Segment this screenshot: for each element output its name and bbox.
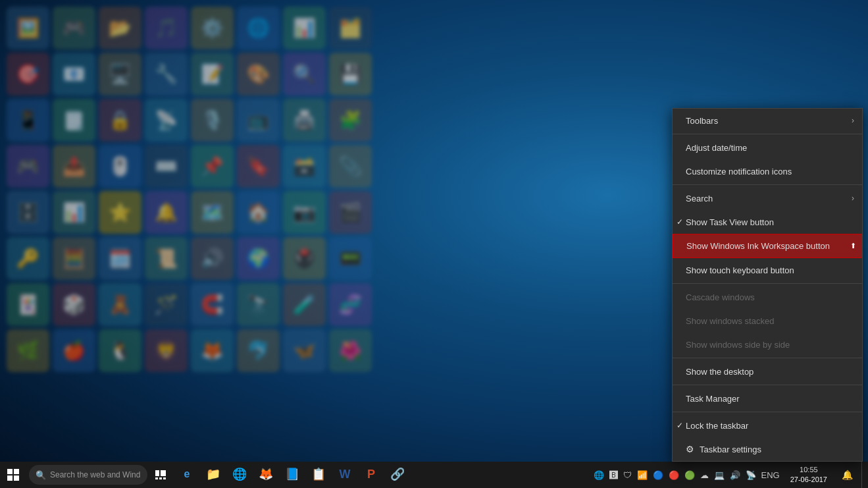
taskbar-app-app3[interactable]: 🔗 — [384, 462, 411, 488]
show-desktop-button[interactable] — [861, 462, 865, 488]
desktop-icon: 📎 — [329, 145, 372, 188]
desktop-icon: 🦋 — [283, 329, 326, 372]
clock[interactable]: 10:55 27-06-2017 — [785, 465, 832, 485]
windows-icon — [7, 469, 19, 481]
menu-item-task-manager[interactable]: Task Manager — [673, 387, 862, 410]
notifications-button[interactable]: 🔔 — [834, 462, 860, 488]
gear-icon: ⚙ — [686, 444, 694, 454]
taskbar-app-app2[interactable]: 📋 — [305, 462, 332, 488]
desktop-icon: 🎵 — [145, 7, 188, 49]
tray-icon1: 📶 — [636, 470, 649, 480]
menu-item-adjust-datetime-label: Adjust date/time — [686, 143, 747, 153]
desktop-icon: 🎮 — [53, 7, 95, 49]
clock-date: 27-06-2017 — [790, 475, 827, 485]
menu-item-ink-workspace-label: Show Windows Ink Workspace button — [686, 241, 830, 251]
desktop-icon: 🐧 — [99, 329, 141, 372]
desktop-icon: 🖨️ — [283, 99, 326, 142]
taskbar-app-word[interactable]: W — [332, 462, 358, 488]
menu-item-side-by-side: Show windows side by side — [673, 333, 862, 356]
taskbar-app-ie[interactable]: 🌐 — [226, 462, 253, 488]
desktop-icon: 🔭 — [237, 283, 280, 326]
search-placeholder: Search the web and Windows — [50, 470, 141, 479]
desktop-icon: 🧮 — [53, 237, 95, 280]
desktop-icon: 🧩 — [329, 99, 372, 142]
desktop-icon: 🌐 — [237, 7, 280, 49]
files-icon: 📁 — [206, 467, 220, 481]
menu-item-stacked-label: Show windows stacked — [686, 316, 774, 326]
desktop-icon: 🗄️ — [7, 191, 49, 234]
tray-icon3: 🔴 — [667, 470, 680, 480]
separator — [673, 385, 862, 385]
tray-icon4: 🟢 — [683, 470, 696, 480]
desktop-icon: 🦁 — [145, 329, 188, 372]
task-view-button[interactable] — [147, 462, 174, 488]
edge-icon: e — [184, 468, 190, 480]
tray-icon6: 💻 — [713, 470, 726, 480]
menu-item-search-label: Search — [686, 194, 713, 203]
desktop-icon: 🔖 — [237, 145, 280, 188]
svg-rect-8 — [163, 477, 166, 479]
desktop-icon: 📊 — [53, 191, 95, 234]
menu-item-lock-taskbar[interactable]: ✓ Lock the taskbar — [673, 414, 862, 437]
menu-item-adjust-datetime[interactable]: Adjust date/time — [673, 136, 862, 159]
tray-icon2: 🔵 — [651, 470, 665, 480]
wifi-icon: 📡 — [744, 470, 757, 480]
bluetooth-icon: 🅱 — [608, 470, 619, 480]
desktop-icon: 🌿 — [7, 329, 49, 372]
desktop-icon: 🗺️ — [191, 191, 234, 234]
desktop-icon: 📡 — [145, 99, 188, 142]
taskbar-app-firefox[interactable]: 🦊 — [253, 462, 279, 488]
desktop-icon: 🔧 — [145, 53, 188, 95]
desktop-icon: 🖱️ — [99, 145, 141, 188]
network-icon: 🌐 — [592, 470, 605, 480]
desktop-icon: 📂 — [99, 7, 141, 49]
menu-item-ink-workspace[interactable]: Show Windows Ink Workspace button ⬆ — [673, 234, 862, 258]
app2-icon: 📋 — [311, 467, 326, 481]
search-box[interactable]: 🔍 Search the web and Windows — [29, 465, 147, 485]
checkmark-icon: ✓ — [677, 217, 683, 227]
desktop-icon: 🗂️ — [329, 7, 372, 49]
taskbar-app-app1[interactable]: 📘 — [279, 462, 305, 488]
menu-item-touch-keyboard-label: Show touch keyboard button — [686, 265, 794, 275]
system-tray: 🌐 🅱 🛡 📶 🔵 🔴 🟢 ☁ 💻 🔊 📡 ENG — [590, 470, 784, 480]
desktop-icon: 🖼️ — [7, 7, 49, 49]
menu-item-show-desktop[interactable]: Show the desktop — [673, 360, 862, 383]
menu-item-taskbar-settings[interactable]: ⚙ Taskbar settings — [673, 437, 862, 461]
firefox-icon: 🦊 — [259, 467, 273, 481]
desktop-icon: 🔔 — [145, 191, 188, 234]
taskbar-apps: e 📁 🌐 🦊 📘 📋 W — [174, 462, 411, 488]
arrow-icon: › — [852, 194, 854, 203]
menu-item-toolbars[interactable]: Toolbars › — [673, 109, 862, 132]
desktop-icon: ⌨️ — [145, 145, 188, 188]
menu-item-customize-notifications[interactable]: Customize notification icons — [673, 159, 862, 183]
desktop-icon: 🧪 — [283, 283, 326, 326]
separator — [673, 134, 862, 134]
desktop-icon: 🖥️ — [99, 53, 141, 95]
desktop-icon: 📱 — [7, 99, 49, 142]
app3-icon: 🔗 — [390, 467, 405, 481]
checkmark-icon: ✓ — [677, 421, 683, 430]
menu-item-lock-taskbar-label: Lock the taskbar — [686, 421, 748, 431]
taskbar-app-edge[interactable]: e — [174, 462, 200, 488]
desktop-icon: 🐬 — [237, 329, 280, 372]
desktop-icon: 📟 — [329, 237, 372, 280]
menu-item-task-view[interactable]: ✓ Show Task View button — [673, 210, 862, 234]
desktop-icon: 🧬 — [329, 283, 372, 326]
menu-item-side-by-side-label: Show windows side by side — [686, 340, 790, 350]
menu-item-touch-keyboard[interactable]: Show touch keyboard button — [673, 258, 862, 282]
svg-rect-6 — [155, 477, 158, 479]
separator — [673, 283, 862, 284]
desktop-icon: 📧 — [53, 53, 95, 95]
desktop-icon: 🏠 — [237, 191, 280, 234]
taskbar-left: 🔍 Search the web and Windows e — [0, 462, 590, 488]
menu-item-show-desktop-label: Show the desktop — [686, 367, 753, 377]
start-button[interactable] — [0, 462, 26, 488]
desktop-icon: 📌 — [191, 145, 234, 188]
taskbar-right: 🌐 🅱 🛡 📶 🔵 🔴 🟢 ☁ 💻 🔊 📡 ENG 10:55 27-06-20… — [590, 462, 868, 488]
taskbar-app-files[interactable]: 📁 — [200, 462, 226, 488]
taskbar-app-powerpoint[interactable]: P — [358, 462, 384, 488]
menu-item-search[interactable]: Search › — [673, 186, 862, 210]
desktop-icon: 📝 — [191, 53, 234, 95]
desktop-icon: 🪄 — [145, 283, 188, 326]
arrow-icon: › — [852, 116, 854, 125]
